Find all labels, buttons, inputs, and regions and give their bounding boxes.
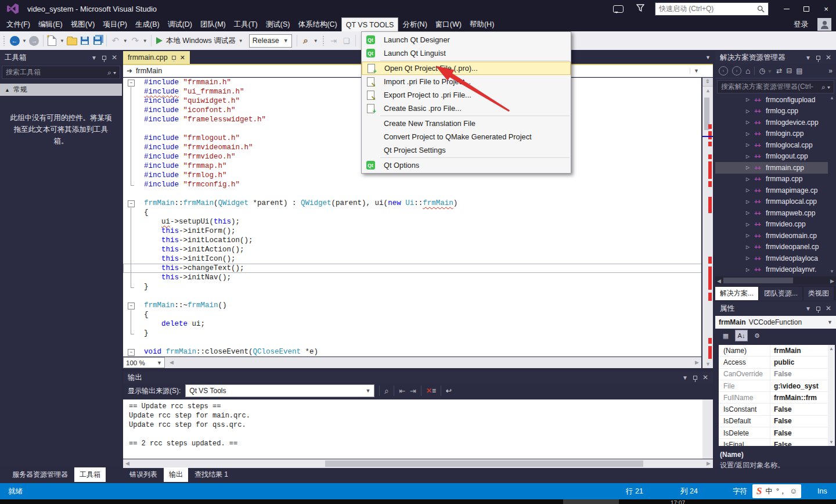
tree-item-frmlog.cpp[interactable]: ▷++frmlog.cpp <box>715 106 828 117</box>
comment-button[interactable]: ❏ <box>340 34 353 48</box>
close-icon[interactable]: ✕ <box>826 304 831 312</box>
code-line-25[interactable]: −frmMain::~frmMain() <box>123 301 701 310</box>
collapse-all-icon[interactable]: ⊟ <box>786 67 792 75</box>
code-line-14[interactable]: −frmMain::frmMain(QWidget *parent) : QWi… <box>123 199 701 208</box>
close-icon[interactable]: ✕ <box>702 373 708 381</box>
code-line-24[interactable] <box>123 291 701 301</box>
ime-toolbar[interactable]: S 中 °， ☺ <box>752 484 801 498</box>
window-position-dropdown-icon[interactable]: ▼ <box>805 55 811 61</box>
output-vertical-scrollbar[interactable] <box>702 399 713 459</box>
scroll-down-icon[interactable]: ▼ <box>830 269 834 274</box>
properties-object-combobox[interactable]: frmMain VCCodeFunction ▼ <box>715 316 836 329</box>
toolbox-header[interactable]: 工具箱 ▼ ✕ <box>0 51 122 64</box>
avatar-icon[interactable] <box>817 18 831 31</box>
menu-item-5[interactable]: 调试(D) <box>164 17 196 31</box>
scroll-up-icon[interactable]: ▲ <box>705 88 711 93</box>
tree-item-frmvideomain.cp[interactable]: ▷++frmvideomain.cp <box>715 230 828 242</box>
solution-tab-0[interactable]: 解决方案... <box>715 287 758 300</box>
toolbox-section-general[interactable]: ▲ 常规 <box>0 84 122 96</box>
redo-dropdown[interactable]: ▼ <box>143 38 147 44</box>
expand-arrow-icon[interactable]: ▷ <box>746 199 754 204</box>
menu-item-11[interactable]: 分析(N) <box>398 17 431 31</box>
tree-item-frmlogout.cpp[interactable]: ▷++frmlogout.cpp <box>715 151 828 163</box>
fold-collapse-icon[interactable]: − <box>128 200 135 207</box>
expand-arrow-icon[interactable]: ▷ <box>746 222 754 227</box>
pin-icon[interactable] <box>816 307 820 311</box>
home-icon[interactable]: ⌂ <box>745 66 750 75</box>
sign-in-link[interactable]: 登录 <box>794 20 808 30</box>
ime-emoji-icon[interactable]: ☺ <box>790 487 797 495</box>
expand-arrow-icon[interactable]: ▷ <box>746 97 754 102</box>
left-tab-0[interactable]: 服务器资源管理器 <box>7 467 73 482</box>
toolbox-search[interactable]: 搜索工具箱 ⌕ ▾ <box>2 66 120 79</box>
expand-arrow-icon[interactable]: ▷ <box>746 109 754 114</box>
code-line-26[interactable]: { <box>123 310 701 319</box>
scroll-right-icon[interactable]: ▶ <box>707 460 711 466</box>
next-message-icon[interactable]: ⇥ <box>410 387 416 395</box>
tree-item-frmmain.cpp[interactable]: ▷++frmmain.cpp <box>715 162 828 174</box>
back-icon[interactable]: ‹ <box>719 66 728 75</box>
editor-horizontal-scrollbar[interactable]: ◀ ▶ <box>167 358 701 367</box>
categorized-view-icon[interactable]: ▦ <box>720 330 732 341</box>
code-line-18[interactable]: this->initLocation(); <box>123 236 701 245</box>
tree-item-frmmap.cpp[interactable]: ▷++frmmap.cpp <box>715 174 828 185</box>
expand-arrow-icon[interactable]: ▷ <box>746 188 754 193</box>
editor-zoom-select[interactable]: 100 % ▼ <box>123 357 165 368</box>
window-position-dropdown-icon[interactable]: ▼ <box>91 55 97 61</box>
output-text[interactable]: == Update rcc steps ==Update rcc step fo… <box>123 399 702 459</box>
ime-punctuation-mode[interactable]: °， <box>776 487 787 496</box>
close-tab-icon[interactable]: ✕ <box>180 54 185 62</box>
menu-item-1[interactable]: 编辑(E) <box>34 17 67 31</box>
configuration-combobox[interactable]: Release ▼ <box>249 34 292 48</box>
output-source-combobox[interactable]: Qt VS Tools ▼ <box>185 384 374 397</box>
close-button[interactable]: × <box>816 1 836 17</box>
find-dropdown[interactable]: ▼ <box>314 38 318 44</box>
navigate-back-button[interactable]: ← <box>8 34 21 48</box>
tree-item-frmvideoplayloca[interactable]: ▷++frmvideoplayloca <box>715 253 828 264</box>
scroll-up-icon[interactable]: ▲ <box>828 346 835 351</box>
toolbar-overflow-icon[interactable]: » <box>828 67 833 75</box>
properties-icon[interactable]: ▤ <box>796 67 802 75</box>
qt-menu-item-3[interactable]: ➘Import .pri File to Project... <box>362 75 571 88</box>
expand-arrow-icon[interactable]: ▷ <box>746 244 754 250</box>
find-in-files-button[interactable]: ⌕ <box>300 34 312 48</box>
pin-icon[interactable] <box>816 56 820 60</box>
property-row-IsDelete[interactable]: IsDeleteFalse <box>719 427 828 439</box>
properties-header[interactable]: 属性 ▼ ✕ <box>715 302 836 315</box>
scrollbar-thumb[interactable] <box>723 278 793 283</box>
active-files-dropdown-icon[interactable]: ▼ <box>705 55 711 60</box>
solution-tab-2[interactable]: 类视图 <box>803 287 834 300</box>
menu-item-12[interactable]: 窗口(W) <box>431 17 466 31</box>
expand-arrow-icon[interactable]: ▷ <box>746 177 754 182</box>
expand-arrow-icon[interactable]: ▷ <box>746 165 754 170</box>
fold-collapse-icon[interactable]: − <box>128 80 135 87</box>
scroll-left-icon[interactable]: ◀ <box>125 460 129 466</box>
forward-icon[interactable]: › <box>732 66 741 75</box>
dropdown-icon[interactable]: ▼ <box>827 319 833 325</box>
menu-item-13[interactable]: 帮助(H) <box>466 17 498 31</box>
menu-item-7[interactable]: 工具(T) <box>230 17 262 31</box>
splitter-handle[interactable]: ⇳ <box>702 78 713 87</box>
expand-arrow-icon[interactable]: ▷ <box>746 210 754 215</box>
code-line-16[interactable]: ui->setupUi(this); <box>123 217 701 226</box>
new-file-dropdown[interactable]: ▼ <box>60 38 64 44</box>
tree-item-frmmaplocal.cpp[interactable]: ▷++frmmaplocal.cpp <box>715 196 828 208</box>
search-icon[interactable]: ⌕ ▾ <box>821 83 830 91</box>
solution-explorer-search[interactable]: 搜索解决方案资源管理器(Ctrl- ⌕ ▾ <box>717 80 834 93</box>
tree-item-frmmapimage.cp[interactable]: ▷++frmmapimage.cp <box>715 185 828 196</box>
indent-button[interactable]: ⇥ <box>327 34 340 48</box>
menu-item-10[interactable]: QT VS TOOLS <box>341 17 399 31</box>
code-line-15[interactable]: { <box>123 208 701 217</box>
window-position-dropdown-icon[interactable]: ▼ <box>805 305 811 312</box>
qt-menu-item-4[interactable]: ➘Export Project to .pri File... <box>362 88 571 102</box>
find-message-icon[interactable]: ⌕ <box>384 386 389 396</box>
editor-vertical-scrollbar[interactable]: ⇳ ▲ ▼ <box>702 78 713 368</box>
property-row-FullName[interactable]: FullNamefrmMain::frm <box>719 392 828 404</box>
pin-icon[interactable] <box>693 376 697 380</box>
code-line-28[interactable]: } <box>123 329 701 338</box>
code-line-29[interactable] <box>123 338 701 347</box>
tree-item-frmloglocal.cpp[interactable]: ▷++frmloglocal.cpp <box>715 139 828 151</box>
scroll-up-icon[interactable]: ▲ <box>828 95 836 100</box>
redo-button[interactable]: ↷ <box>129 34 142 48</box>
pin-tab-icon[interactable] <box>172 56 176 60</box>
